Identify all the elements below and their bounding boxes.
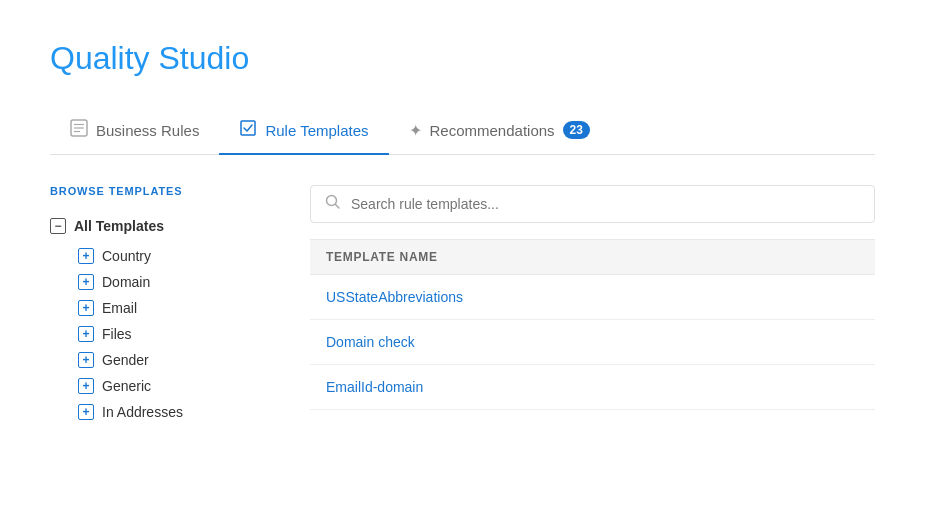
business-rules-icon xyxy=(70,119,88,141)
expand-icon-domain[interactable]: + xyxy=(78,274,94,290)
tree-item-gender-label: Gender xyxy=(102,352,149,368)
tree-root-item[interactable]: − All Templates xyxy=(50,213,270,239)
page-title: Quality Studio xyxy=(50,40,875,77)
rule-templates-icon xyxy=(239,119,257,141)
tree-root-label: All Templates xyxy=(74,218,164,234)
tree-item-email[interactable]: + Email xyxy=(78,295,270,321)
tree-item-country[interactable]: + Country xyxy=(78,243,270,269)
tree-item-in-addresses[interactable]: + In Addresses xyxy=(78,399,270,425)
column-header-template-name: TEMPLATE NAME xyxy=(326,250,438,264)
template-link-domain-check[interactable]: Domain check xyxy=(326,334,415,350)
tab-rule-templates-label: Rule Templates xyxy=(265,122,368,139)
browse-label: BROWSE TEMPLATES xyxy=(50,185,270,197)
left-panel: BROWSE TEMPLATES − All Templates + Count… xyxy=(50,185,270,425)
expand-icon-in-addresses[interactable]: + xyxy=(78,404,94,420)
expand-icon-generic[interactable]: + xyxy=(78,378,94,394)
table-header: TEMPLATE NAME xyxy=(310,239,875,275)
search-input[interactable] xyxy=(351,196,860,212)
right-panel: TEMPLATE NAME USStateAbbreviations Domai… xyxy=(310,185,875,425)
tree-item-generic[interactable]: + Generic xyxy=(78,373,270,399)
tree-item-in-addresses-label: In Addresses xyxy=(102,404,183,420)
table-row: EmailId-domain xyxy=(310,365,875,410)
tabs-bar: Business Rules Rule Templates ✦ Recommen… xyxy=(50,107,875,155)
tab-rule-templates[interactable]: Rule Templates xyxy=(219,107,388,155)
tree-item-country-label: Country xyxy=(102,248,151,264)
collapse-icon[interactable]: − xyxy=(50,218,66,234)
expand-icon-files[interactable]: + xyxy=(78,326,94,342)
template-link-us-state[interactable]: USStateAbbreviations xyxy=(326,289,463,305)
tree-item-email-label: Email xyxy=(102,300,137,316)
table-row: Domain check xyxy=(310,320,875,365)
tree-children: + Country + Domain + Email + Files xyxy=(78,243,270,425)
tree-item-files-label: Files xyxy=(102,326,132,342)
main-content: BROWSE TEMPLATES − All Templates + Count… xyxy=(50,185,875,425)
expand-icon-country[interactable]: + xyxy=(78,248,94,264)
tab-recommendations[interactable]: ✦ Recommendations 23 xyxy=(389,109,610,154)
tree-item-files[interactable]: + Files xyxy=(78,321,270,347)
tree-item-domain[interactable]: + Domain xyxy=(78,269,270,295)
svg-line-6 xyxy=(336,205,340,209)
search-bar[interactable] xyxy=(310,185,875,223)
expand-icon-gender[interactable]: + xyxy=(78,352,94,368)
tree-item-domain-label: Domain xyxy=(102,274,150,290)
recommendations-icon: ✦ xyxy=(409,121,422,140)
page-container: Quality Studio Business Rules Rule Tem xyxy=(0,0,925,425)
tab-business-rules-label: Business Rules xyxy=(96,122,199,139)
template-tree: − All Templates + Country + Domain + Ema… xyxy=(50,213,270,425)
recommendations-badge: 23 xyxy=(563,121,590,139)
template-link-emailid-domain[interactable]: EmailId-domain xyxy=(326,379,423,395)
tab-recommendations-label: Recommendations xyxy=(430,122,555,139)
svg-rect-4 xyxy=(241,121,255,135)
expand-icon-email[interactable]: + xyxy=(78,300,94,316)
tree-item-gender[interactable]: + Gender xyxy=(78,347,270,373)
table-row: USStateAbbreviations xyxy=(310,275,875,320)
tab-business-rules[interactable]: Business Rules xyxy=(50,107,219,155)
tree-item-generic-label: Generic xyxy=(102,378,151,394)
search-icon xyxy=(325,194,341,214)
